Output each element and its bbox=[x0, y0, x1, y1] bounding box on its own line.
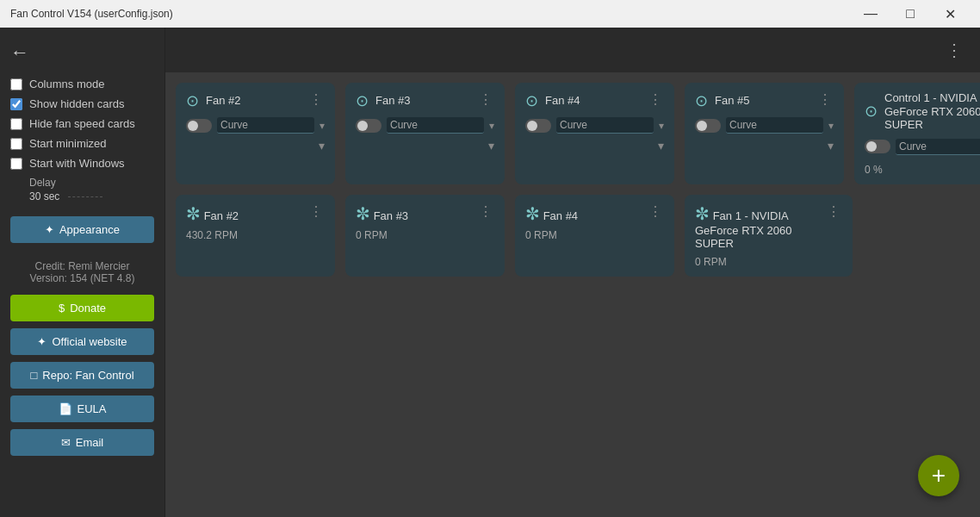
fan3-control-card: ⊙ Fan #3 ⋮ Curve ▾ ▾ bbox=[345, 83, 505, 184]
fan2-toggle[interactable] bbox=[186, 119, 212, 133]
nvidia-toggle[interactable] bbox=[865, 140, 890, 153]
fan2-speed-header: ✼ Fan #2 ⋮ bbox=[186, 203, 325, 224]
fan5-title-row: ⊙ Fan #5 bbox=[695, 91, 749, 110]
fan2-chevron-icon[interactable]: ▾ bbox=[319, 139, 325, 153]
donate-button[interactable]: $ Donate bbox=[10, 295, 154, 321]
fan4-card-menu-icon[interactable]: ⋮ bbox=[647, 91, 664, 108]
fan2-card-control: Curve ▾ bbox=[186, 117, 325, 134]
email-label: Email bbox=[76, 436, 104, 449]
fan3-speed-icon: ⊙ bbox=[356, 91, 369, 110]
appearance-button[interactable]: ✦ Appearance bbox=[10, 216, 154, 243]
fan2-speed-card: ✼ Fan #2 ⋮ 430.2 RPM bbox=[176, 195, 335, 277]
nvidia-percent-label: 0 % bbox=[865, 164, 883, 176]
fan4-speed-title: Fan #4 bbox=[543, 209, 578, 222]
close-button[interactable]: ✕ bbox=[930, 0, 970, 28]
fan4-ctrl-title: Fan #4 bbox=[545, 94, 580, 108]
fan5-control-card: ⊙ Fan #5 ⋮ Curve ▾ ▾ bbox=[685, 83, 844, 184]
fan5-ctrl-title: Fan #5 bbox=[715, 94, 749, 108]
appearance-icon: ✦ bbox=[45, 223, 54, 236]
sidebar-option-columns-mode[interactable]: Columns mode bbox=[0, 74, 164, 94]
maximize-button[interactable]: □ bbox=[890, 0, 930, 28]
official-website-label: Official website bbox=[52, 335, 127, 348]
sidebar-option-start-windows[interactable]: Start with Windows bbox=[0, 153, 164, 173]
fan2-speed-menu-icon[interactable]: ⋮ bbox=[307, 203, 325, 220]
nvidia-rpm-value: 0 RPM bbox=[695, 256, 842, 268]
fan4-control-card: ⊙ Fan #4 ⋮ Curve ▾ ▾ bbox=[515, 83, 674, 184]
show-hidden-checkbox[interactable] bbox=[10, 98, 22, 110]
official-website-icon: ✦ bbox=[37, 335, 47, 348]
fan2-speed-title: Fan #2 bbox=[204, 209, 239, 222]
fan5-toggle[interactable] bbox=[695, 119, 721, 133]
start-minimized-checkbox[interactable] bbox=[10, 138, 22, 150]
eula-button[interactable]: 📄 EULA bbox=[10, 396, 154, 422]
start-with-windows-checkbox[interactable] bbox=[10, 158, 22, 170]
columns-mode-label: Columns mode bbox=[29, 78, 104, 90]
sidebar-option-show-hidden[interactable]: Show hidden cards bbox=[0, 94, 164, 114]
fan2-control-card: ⊙ Fan #2 ⋮ Curve ▾ ▾ bbox=[176, 83, 335, 184]
nvidia-card-header: ⊙ Control 1 - NVIDIA GeForce RTX 2060 SU… bbox=[865, 91, 980, 132]
hide-speed-checkbox[interactable] bbox=[10, 118, 22, 130]
nvidia-card-bottom: 0 % ▾ bbox=[865, 160, 980, 176]
fan3-toggle[interactable] bbox=[356, 119, 381, 133]
fan4-card-header: ⊙ Fan #4 ⋮ bbox=[525, 91, 664, 110]
fan3-card-menu-icon[interactable]: ⋮ bbox=[477, 91, 494, 108]
fan5-curve-value[interactable]: Curve bbox=[726, 117, 823, 134]
add-fab-button[interactable]: + bbox=[918, 455, 959, 496]
version-text: Version: 154 (NET 4.8) bbox=[10, 272, 154, 284]
fan4-speed-title-wrap: ✼ Fan #4 bbox=[525, 203, 578, 224]
fan2-curve-value[interactable]: Curve bbox=[217, 117, 314, 134]
main-area: ⋮ ⊙ Fan #2 ⋮ Curve ▾ bbox=[165, 28, 980, 517]
eula-label: EULA bbox=[78, 402, 107, 415]
official-website-button[interactable]: ✦ Official website bbox=[10, 328, 154, 355]
fan4-expand-icon[interactable]: ▾ bbox=[659, 120, 664, 132]
fan3-card-control: Curve ▾ bbox=[356, 117, 494, 134]
fan3-expand-icon[interactable]: ▾ bbox=[489, 120, 494, 132]
fan2-ctrl-title: Fan #2 bbox=[206, 94, 240, 108]
fan4-speed-menu-icon[interactable]: ⋮ bbox=[647, 203, 664, 220]
show-hidden-label: Show hidden cards bbox=[29, 97, 125, 110]
nvidia-speed-title: Fan 1 - NVIDIA GeForce RTX 2060 SUPER bbox=[695, 209, 791, 251]
fan5-chevron-icon[interactable]: ▾ bbox=[828, 139, 834, 153]
fan4-curve-value[interactable]: Curve bbox=[556, 117, 654, 134]
credit-section: Credit: Remi Mercier Version: 154 (NET 4… bbox=[0, 250, 164, 291]
donate-icon: $ bbox=[59, 302, 65, 315]
back-button[interactable]: ← bbox=[0, 34, 164, 74]
repo-label: Repo: Fan Control bbox=[42, 369, 133, 382]
minimize-button[interactable]: — bbox=[851, 0, 890, 28]
nvidia-speed-title-wrap: ✼ Fan 1 - NVIDIA GeForce RTX 2060 SUPER bbox=[695, 203, 825, 251]
credit-text: Credit: Remi Mercier bbox=[10, 260, 154, 272]
back-arrow-icon: ← bbox=[10, 41, 29, 63]
titlebar: Fan Control V154 (userConfig.json) — □ ✕ bbox=[0, 0, 980, 28]
email-button[interactable]: ✉ Email bbox=[10, 429, 154, 456]
main-header: ⋮ bbox=[165, 28, 980, 72]
cards-area: ⊙ Fan #2 ⋮ Curve ▾ ▾ bbox=[165, 72, 980, 517]
main-menu-icon[interactable]: ⋮ bbox=[942, 36, 966, 64]
columns-mode-checkbox[interactable] bbox=[10, 78, 22, 90]
fan2-speed-icon: ⊙ bbox=[186, 91, 199, 110]
sidebar-option-hide-speed[interactable]: Hide fan speed cards bbox=[0, 114, 164, 134]
start-minimized-label: Start minimized bbox=[29, 137, 107, 150]
fan2-card-menu-icon[interactable]: ⋮ bbox=[307, 91, 325, 108]
start-with-windows-label: Start with Windows bbox=[29, 157, 125, 170]
nvidia-card-control: Curve ▾ bbox=[865, 139, 980, 155]
fan5-expand-icon[interactable]: ▾ bbox=[828, 120, 834, 132]
nvidia-ctrl-title: Control 1 - NVIDIA GeForce RTX 2060 SUPE… bbox=[884, 91, 980, 132]
repo-button[interactable]: □ Repo: Fan Control bbox=[10, 362, 154, 389]
fan5-speed-icon: ⊙ bbox=[695, 91, 708, 110]
control-cards-row: ⊙ Fan #2 ⋮ Curve ▾ ▾ bbox=[176, 83, 970, 184]
fan4-toggle[interactable] bbox=[525, 119, 551, 133]
fan5-card-menu-icon[interactable]: ⋮ bbox=[816, 91, 834, 108]
nvidia-speed-menu-icon[interactable]: ⋮ bbox=[825, 203, 842, 220]
sidebar-option-start-minimized[interactable]: Start minimized bbox=[0, 134, 164, 153]
fan2-expand-icon[interactable]: ▾ bbox=[319, 120, 325, 132]
window-controls: — □ ✕ bbox=[851, 0, 970, 28]
fan3-curve-value[interactable]: Curve bbox=[387, 117, 484, 134]
speed-cards-row: ✼ Fan #2 ⋮ 430.2 RPM ✼ Fan #3 ⋮ bbox=[176, 195, 970, 277]
fan5-card-header: ⊙ Fan #5 ⋮ bbox=[695, 91, 834, 110]
nvidia-speed-card: ✼ Fan 1 - NVIDIA GeForce RTX 2060 SUPER … bbox=[685, 195, 853, 277]
nvidia-curve-value[interactable]: Curve bbox=[896, 139, 980, 155]
delay-row: 30 sec bbox=[29, 190, 154, 202]
fan3-speed-menu-icon[interactable]: ⋮ bbox=[477, 203, 494, 220]
fan3-chevron-icon[interactable]: ▾ bbox=[488, 139, 494, 153]
fan4-chevron-icon[interactable]: ▾ bbox=[658, 139, 664, 153]
